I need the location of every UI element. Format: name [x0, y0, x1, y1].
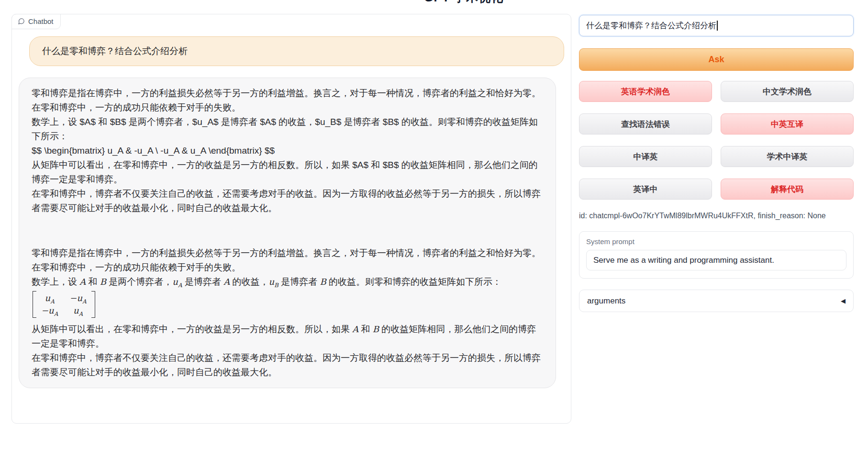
btn-chinese-academic-polish[interactable]: 中文学术润色 — [721, 81, 854, 102]
btn-zh-en-mutual-translate[interactable]: 中英互译 — [721, 113, 854, 135]
collapse-arrow-icon: ◀ — [841, 297, 846, 304]
text-caret — [717, 21, 718, 31]
response-status: id: chatcmpl-6wOo7KrYTwMl89lbrMWRu4UkFFX… — [579, 212, 854, 220]
question-input-value: 什么是零和博弈？结合公式介绍分析 — [586, 20, 716, 31]
arguments-accordion-label: arguments — [587, 296, 625, 306]
system-prompt-input[interactable] — [586, 250, 846, 270]
user-message: 什么是零和博弈？结合公式介绍分析 — [29, 36, 564, 66]
system-prompt-group: System prompt — [579, 231, 854, 279]
matrix-right-bracket — [91, 291, 95, 318]
bot-raw-latex: $$ \begin{bmatrix} u_A & -u_A \ -u_A & u… — [32, 144, 543, 158]
bot-raw-paragraph: 从矩阵中可以看出，在零和博弈中，一方的收益是另一方的相反数。所以，如果 $A$ … — [32, 158, 543, 187]
bot-message: 零和博弈是指在博弈中，一方的利益损失必然等于另一方的利益增益。换言之，对于每一种… — [19, 78, 556, 388]
btn-en-to-zh[interactable]: 英译中 — [579, 179, 712, 200]
math-matrix: uA −uA −uA uA — [32, 289, 543, 322]
bot-rendered-paragraph: 零和博弈是指在博弈中，一方的利益损失必然等于另一方的利益增益。换言之，对于每一种… — [32, 246, 543, 275]
btn-explain-code[interactable]: 解释代码 — [721, 179, 854, 200]
spacer — [32, 215, 543, 246]
message-list: 什么是零和博弈？结合公式介绍分析 零和博弈是指在博弈中，一方的利益损失必然等于另… — [12, 14, 571, 388]
btn-academic-zh-to-en[interactable]: 学术中译英 — [721, 146, 854, 167]
page-title: GPT 学术优化 — [424, 0, 503, 5]
chatbot-label-text: Chatbot — [28, 17, 54, 25]
arguments-accordion[interactable]: arguments ◀ — [579, 290, 854, 312]
bot-raw-paragraph: 零和博弈是指在博弈中，一方的利益损失必然等于另一方的利益增益。换言之，对于每一种… — [32, 86, 543, 115]
bot-rendered-paragraph: 从矩阵中可以看出，在零和博弈中，一方的收益是另一方的相反数。所以，如果 A 和 … — [32, 322, 543, 351]
btn-english-academic-polish[interactable]: 英语学术润色 — [579, 81, 712, 102]
ask-button[interactable]: Ask — [579, 48, 854, 71]
chat-bubble-icon — [18, 18, 25, 25]
bot-rendered-paragraph: 在零和博弈中，博弈者不仅要关注自己的收益，还需要考虑对手的收益。因为一方取得的收… — [32, 351, 543, 380]
btn-find-grammar-errors[interactable]: 查找语法错误 — [579, 113, 712, 135]
control-column: 什么是零和博弈？结合公式介绍分析 Ask 英语学术润色 中文学术润色 查找语法错… — [579, 15, 854, 312]
chatbot-panel: Chatbot 什么是零和博弈？结合公式介绍分析 零和博弈是指在博弈中，一方的利… — [11, 14, 571, 424]
quick-actions-grid: 英语学术润色 中文学术润色 查找语法错误 中英互译 中译英 学术中译英 英译中 … — [579, 81, 854, 200]
bot-raw-paragraph: 数学上，设 $A$ 和 $B$ 是两个博弈者，$u_A$ 是博弈者 $A$ 的收… — [32, 115, 543, 144]
question-input[interactable]: 什么是零和博弈？结合公式介绍分析 — [579, 15, 854, 36]
app-root: GPT 学术优化 Chatbot 什么是零和博弈？结合公式介绍分析 零和博弈是指… — [0, 0, 868, 460]
bot-rendered-math-intro: 数学上，设 A 和 B 是两个博弈者，uA 是博弈者 A 的收益，uB 是博弈者… — [32, 275, 543, 289]
bot-raw-paragraph: 在零和博弈中，博弈者不仅要关注自己的收益，还需要考虑对手的收益。因为一方取得的收… — [32, 187, 543, 215]
chatbot-label: Chatbot — [11, 14, 61, 29]
matrix-left-bracket — [33, 291, 36, 318]
btn-zh-to-en[interactable]: 中译英 — [579, 146, 712, 167]
system-prompt-label: System prompt — [586, 237, 846, 246]
